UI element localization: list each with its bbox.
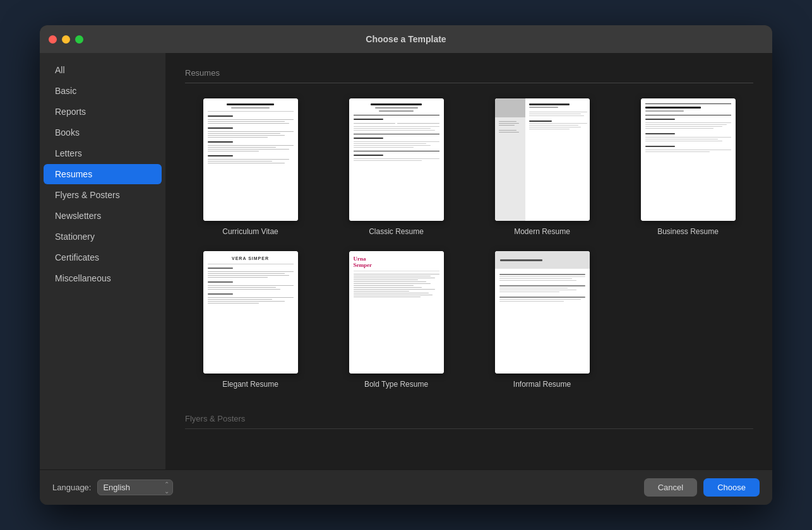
language-section: Language: EnglishFrenchGermanSpanishItal… [52, 480, 173, 495]
bold-type-resume-label: Bold Type Resume [364, 380, 428, 389]
elegant-resume-label: Elegant Resume [222, 380, 278, 389]
bold-type-resume-thumb: UrnaSemper [349, 251, 444, 374]
button-group: Cancel Choose [644, 478, 760, 497]
sidebar-item-books[interactable]: Books [44, 122, 162, 143]
language-select[interactable]: EnglishFrenchGermanSpanishItalianPortugu… [97, 480, 173, 495]
content-area: AllBasicReportsBooksLettersResumesFlyers… [40, 53, 772, 469]
titlebar: Choose a Template [40, 25, 772, 53]
traffic-lights [49, 35, 83, 44]
flyers-divider [185, 428, 753, 429]
curriculum-vitae-label: Curriculum Vitae [222, 227, 278, 236]
sidebar-item-stationery[interactable]: Stationery [44, 227, 162, 247]
template-item[interactable]: Curriculum Vitae [185, 98, 316, 236]
modern-resume-label: Modern Resume [514, 227, 570, 236]
template-item[interactable]: Business Resume [623, 98, 753, 236]
template-item[interactable]: Classic Resume [331, 98, 462, 236]
sidebar-item-flyers[interactable]: Flyers & Posters [44, 185, 162, 205]
informal-resume-label: Informal Resume [513, 380, 571, 389]
dialog-title: Choose a Template [366, 34, 446, 44]
template-chooser-dialog: Choose a Template AllBasicReportsBooksLe… [40, 25, 772, 505]
choose-button[interactable]: Choose [703, 478, 760, 497]
language-label: Language: [52, 483, 91, 492]
sidebar-item-newsletters[interactable]: Newsletters [44, 206, 162, 226]
modern-resume-thumb [495, 98, 590, 221]
template-grid-area: Resumes [166, 53, 772, 469]
template-item[interactable]: Informal Resume [477, 251, 607, 389]
template-item[interactable]: VERA SIMPER [185, 251, 316, 389]
sidebar-item-all[interactable]: All [44, 60, 162, 80]
language-select-wrapper[interactable]: EnglishFrenchGermanSpanishItalianPortugu… [97, 480, 173, 495]
template-item[interactable]: UrnaSemper [331, 251, 462, 389]
resumes-section-header: Resumes [185, 68, 753, 78]
sidebar-item-basic[interactable]: Basic [44, 81, 162, 101]
maximize-button[interactable] [75, 35, 83, 44]
informal-resume-thumb [495, 251, 590, 374]
sidebar-item-miscellaneous[interactable]: Miscellaneous [44, 268, 162, 288]
cancel-button[interactable]: Cancel [644, 478, 697, 497]
sidebar: AllBasicReportsBooksLettersResumesFlyers… [40, 53, 166, 469]
sidebar-item-letters[interactable]: Letters [44, 143, 162, 163]
classic-resume-label: Classic Resume [369, 227, 424, 236]
business-resume-label: Business Resume [657, 227, 719, 236]
minimize-button[interactable] [62, 35, 70, 44]
close-button[interactable] [49, 35, 57, 44]
sidebar-item-reports[interactable]: Reports [44, 102, 162, 122]
flyers-section-header: Flyers & Posters [185, 414, 753, 423]
resumes-divider [185, 83, 753, 83]
elegant-resume-thumb: VERA SIMPER [203, 251, 298, 374]
resumes-template-grid: Curriculum Vitae [185, 98, 753, 389]
bottombar: Language: EnglishFrenchGermanSpanishItal… [40, 469, 772, 505]
template-item[interactable]: Modern Resume [477, 98, 607, 236]
business-resume-thumb [641, 98, 736, 221]
sidebar-item-resumes[interactable]: Resumes [44, 164, 162, 184]
classic-resume-thumb [349, 98, 444, 221]
sidebar-item-certificates[interactable]: Certificates [44, 247, 162, 268]
curriculum-vitae-thumb [203, 98, 298, 221]
